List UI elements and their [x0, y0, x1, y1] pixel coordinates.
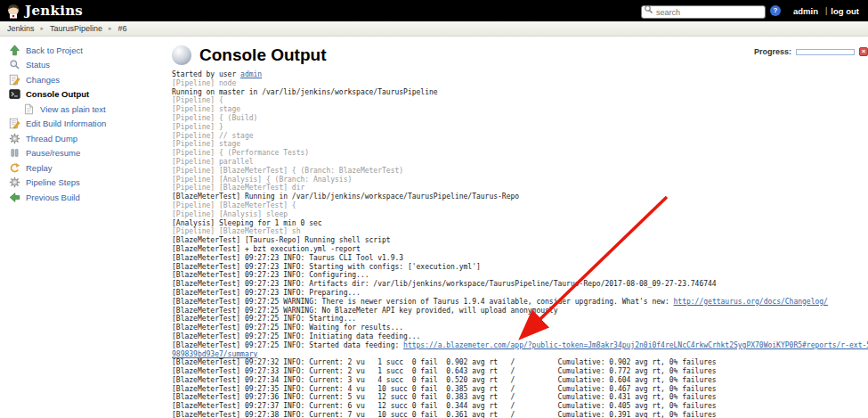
sidebar-item-label: Pipeline Steps	[26, 177, 80, 187]
console-line: [Pipeline] stage	[172, 140, 868, 149]
document-icon	[23, 103, 35, 115]
header-separator: |	[825, 6, 827, 15]
up-arrow-icon	[9, 45, 20, 56]
search-icon	[9, 59, 20, 70]
console-text: [BlazeMeterTest] 09:27:25 INFO: Initiati…	[172, 332, 420, 340]
console-text: [BlazeMeterTest] Running in /var/lib/jen…	[172, 193, 519, 201]
gear-icon	[9, 176, 20, 188]
gear-icon	[9, 133, 20, 144]
console-line: [BlazeMeterTest] 09:27:23 INFO: Taurus C…	[172, 254, 868, 263]
console-line: [BlazeMeterTest] 09:27:25 WARNING: There…	[172, 298, 868, 307]
console-text: Running on master in /var/lib/jenkins/wo…	[172, 88, 438, 96]
console-line: [BlazeMeterTest] [Taurus-Repo] Running s…	[172, 236, 868, 245]
sidebar-item-label: Previous Build	[26, 193, 80, 202]
console-text: [BlazeMeterTest] 09:27:25 WARNING: No Bl…	[172, 307, 557, 315]
left-arrow-icon	[9, 192, 20, 203]
console-line: [Pipeline] }	[172, 123, 868, 132]
console-line: [Pipeline] [BlazeMeterTest] {	[172, 201, 868, 210]
sidebar-item-changes[interactable]: Changes	[0, 72, 165, 87]
sidebar-item-pause-resume[interactable]: Pause/resume	[0, 146, 165, 161]
console-text: [Pipeline] [BlazeMeterTest] sh	[172, 227, 301, 235]
console-line: [BlazeMeterTest] 09:27:25 INFO: Waiting …	[172, 324, 868, 332]
console-output-text: Started by user admin[Pipeline] nodeRunn…	[172, 70, 868, 418]
sidebar-item-console-output[interactable]: Console Output	[0, 87, 165, 102]
sidebar-item-view-as-plain-text[interactable]: View as plain text	[0, 102, 165, 117]
replay-icon	[9, 162, 20, 174]
sidebar-item-label: Changes	[26, 75, 60, 85]
user-link[interactable]: admin	[793, 6, 818, 16]
console-text: [BlazeMeterTest] 09:27:32 INFO: Current:…	[172, 358, 717, 366]
sidebar-item-thread-dump[interactable]: Thread Dump	[0, 131, 165, 146]
console-line: [BlazeMeterTest] 09:27:32 INFO: Current:…	[172, 358, 868, 367]
console-line: [Pipeline] parallel	[172, 158, 868, 167]
logout-link[interactable]: log out	[831, 6, 859, 16]
jenkins-logo-icon	[5, 3, 21, 19]
console-line: [BlazeMeterTest] 09:27:38 INFO: Current:…	[172, 411, 868, 418]
console-text: [Pipeline] [BlazeMeterTest] dir	[172, 184, 304, 192]
pause-icon	[9, 147, 20, 159]
brand-title: Jenkins	[25, 3, 83, 19]
sidebar-item-back-to-project[interactable]: Back to Project	[0, 43, 165, 58]
console-line: [Pipeline] [BlazeMeterTest] dir	[172, 184, 868, 193]
console-line: Running on master in /var/lib/jenkins/wo…	[172, 88, 868, 97]
terminal-icon	[9, 88, 20, 100]
sidebar-item-status[interactable]: Status	[0, 58, 165, 73]
console-text: [BlazeMeterTest] [Taurus-Repo] Running s…	[172, 236, 391, 244]
console-line: [Pipeline] [BlazeMeterTest] sh	[172, 227, 868, 236]
console-text: [BlazeMeterTest] 09:27:25 INFO: Waiting …	[172, 324, 403, 332]
console-line: [Analysis] Sleeping for 1 min 0 sec	[172, 219, 868, 228]
sidebar-item-label: Console Output	[26, 89, 89, 99]
console-text: [Pipeline] stage	[172, 140, 240, 148]
edit-icon	[9, 118, 20, 129]
console-link[interactable]: http://gettaurus.org/docs/Changelog/	[674, 298, 828, 306]
console-text: [BlazeMeterTest] 09:27:23 INFO: Starting…	[172, 263, 481, 271]
console-text: [Pipeline] { (Build)	[172, 114, 257, 122]
console-text: [BlazeMeterTest] 09:27:38 INFO: Current:…	[172, 411, 717, 418]
sidebar-item-label: Edit Build Information	[26, 119, 106, 128]
console-line: [BlazeMeterTest] 09:27:25 INFO: Started …	[172, 341, 868, 359]
jenkins-home-link[interactable]: Jenkins	[5, 3, 83, 19]
sidebar-item-edit-build-information[interactable]: Edit Build Information	[0, 117, 165, 132]
console-line: [Pipeline] [Analysis] sleep	[172, 210, 868, 219]
sidebar-nav: Back to ProjectStatusChangesConsole Outp…	[0, 37, 165, 418]
console-text: [BlazeMeterTest] 09:27:23 INFO: Artifact…	[172, 280, 717, 288]
sidebar-item-label: View as plain text	[40, 104, 106, 114]
stop-build-icon[interactable]: ×	[859, 47, 868, 56]
console-text: [Pipeline] [Analysis] { (Branch: Analysi…	[172, 176, 352, 184]
sidebar-item-pipeline-steps[interactable]: Pipeline Steps	[0, 176, 165, 191]
help-icon[interactable]: ?	[770, 5, 781, 16]
build-status-ball-icon	[172, 45, 191, 65]
breadcrumb-item[interactable]: #6	[118, 24, 127, 33]
console-line: [BlazeMeterTest] Running in /var/lib/jen…	[172, 193, 868, 201]
sidebar-item-replay[interactable]: Replay	[0, 160, 165, 176]
breadcrumb-item[interactable]: TaurusPipeline	[50, 24, 102, 33]
console-text: [Pipeline] }	[172, 123, 223, 131]
console-text: [Pipeline] node	[172, 79, 236, 87]
console-line: [BlazeMeterTest] 09:27:33 INFO: Current:…	[172, 367, 868, 376]
console-line: [Pipeline] stage	[172, 105, 868, 114]
progress-label: Progress:	[754, 47, 791, 56]
console-text: [BlazeMeterTest] 09:27:33 INFO: Current:…	[172, 367, 717, 375]
search-input[interactable]	[641, 5, 766, 19]
sidebar-item-label: Thread Dump	[26, 134, 77, 143]
console-line: [BlazeMeterTest] 09:27:37 INFO: Current:…	[172, 402, 868, 411]
console-line: [Pipeline] // stage	[172, 132, 868, 141]
console-line: [Pipeline] { (Build)	[172, 114, 868, 123]
console-link[interactable]: admin	[240, 70, 262, 78]
main-panel: Console Output Progress: × Started by us…	[165, 37, 868, 418]
sidebar-item-label: Pause/resume	[26, 148, 80, 158]
console-text: [BlazeMeterTest] 09:27:35 INFO: Current:…	[172, 385, 717, 393]
console-line: [BlazeMeterTest] 09:27:23 INFO: Artifact…	[172, 280, 868, 289]
console-text: [BlazeMeterTest] 09:27:37 INFO: Current:…	[172, 402, 717, 410]
console-text: [Analysis] Sleeping for 1 min 0 sec	[172, 219, 322, 227]
breadcrumb-item[interactable]: Jenkins	[7, 24, 35, 33]
console-text: [BlazeMeterTest] 09:27:25 WARNING: There…	[172, 298, 674, 306]
sidebar-item-previous-build[interactable]: Previous Build	[0, 190, 165, 205]
progress-bar	[796, 49, 855, 55]
console-text: [Pipeline] [Analysis] sleep	[172, 210, 288, 218]
console-text: [Pipeline] stage	[172, 105, 240, 113]
sidebar-item-label: Back to Project	[26, 45, 83, 55]
console-line: [BlazeMeterTest] 09:27:23 INFO: Preparin…	[172, 289, 868, 298]
console-text: [BlazeMeterTest] 09:27:36 INFO: Current:…	[172, 393, 717, 401]
console-text: [BlazeMeterTest] 09:27:23 INFO: Taurus C…	[172, 254, 403, 262]
